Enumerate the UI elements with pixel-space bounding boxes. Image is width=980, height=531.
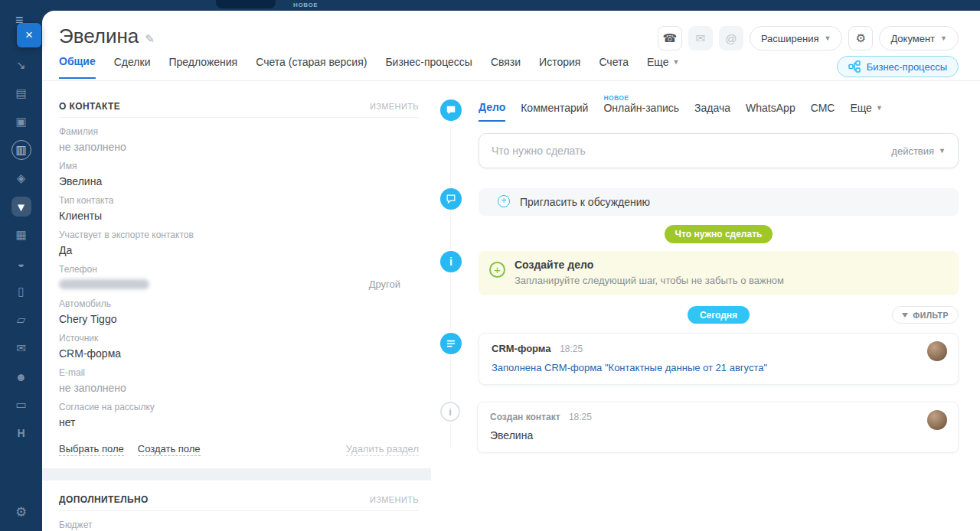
field-label: Бюджет [59,520,419,530]
tab-quotes[interactable]: Предложения [168,55,237,78]
edit-section-link[interactable]: ИЗМЕНИТЬ [370,495,419,504]
hint-texts: Создайте дело Запланируйте следующий шаг… [514,259,784,286]
tab-invoices-old[interactable]: Счета (старая версия) [256,55,367,78]
add-activity-icon[interactable]: + [489,262,505,278]
filter-button[interactable]: ФИЛЬТР [892,306,959,324]
messenger-icon[interactable]: ◒ [11,253,31,273]
composer-tab-booking[interactable]: НОВОЕ Онлайн-запись [603,102,679,121]
field-source: Источник CRM-форма [59,324,419,359]
date-badge: Сегодня [688,306,750,324]
calendar-icon[interactable]: ▦ [11,225,31,245]
print-icon[interactable]: ▥ [11,140,31,160]
edit-section-link[interactable]: ИЗМЕНИТЬ [370,102,419,111]
collapse-icon[interactable]: ↘ [11,55,31,75]
feed-icon[interactable]: ▤ [11,83,31,103]
filter-label: ФИЛЬТР [913,311,949,320]
composer-tab-more[interactable]: Еще▼ [850,102,882,121]
info-icon: i [440,402,460,422]
todo-badge-row: Что нужно сделать [440,225,959,243]
section-divider [42,468,431,481]
mail-icon[interactable]: ✉ [11,338,31,358]
section-header: ДОПОЛНИТЕЛЬНО ИЗМЕНИТЬ [59,488,419,511]
call-button[interactable]: ☎ [658,26,682,50]
actions-dropdown[interactable]: действия ▼ [891,145,946,157]
field-value: Эвелина [59,175,419,187]
field-label: Участвует в экспорте контактов [59,230,419,240]
tag-icon[interactable]: ◈ [11,168,31,188]
composer-tab-whatsapp[interactable]: WhatsApp [746,102,795,121]
create-field-link[interactable]: Создать поле [138,443,201,456]
extensions-dropdown[interactable]: Расширения ▼ [750,26,843,50]
documents-icon[interactable]: ▯ [11,282,31,301]
hint-title: Создайте дело [514,259,784,271]
entry-text: Эвелина [490,429,946,441]
phone-type-dropdown[interactable]: Другой [369,279,400,290]
field-contact-type: Тип контакта Клиенты [59,187,419,221]
composer-tab-sms[interactable]: СМС [811,102,835,121]
timeline-composer: Дело Комментарий НОВОЕ Онлайн-запись Зад… [440,99,959,188]
drive-icon[interactable]: ▱ [11,310,31,330]
additional-card: ДОПОЛНИТЕЛЬНО ИЗМЕНИТЬ Бюджет [42,481,431,531]
tab-more[interactable]: Еще▼ [647,55,679,78]
settings-icon[interactable]: ⚙ [0,504,42,520]
clients-icon[interactable]: ☻ [11,366,31,386]
contact-details-column: О КОНТАКТЕ ИЗМЕНИТЬ Фамилия не заполнено… [42,87,431,531]
tab-bizproc[interactable]: Бизнес-процессы [385,55,472,78]
entry-title: Создан контакт 18:25 [490,412,946,422]
settings-button[interactable]: ⚙ [848,26,873,50]
composer-tabs: Дело Комментарий НОВОЕ Онлайн-запись Зад… [479,99,959,121]
invite-label: Пригласить к обсуждению [520,196,650,208]
tab-general[interactable]: Общие [59,55,96,79]
contact-slider: Эвелина✎ ☎ ✉ @ Расширения ▼ ⚙ Документ ▼… [42,11,980,531]
chevron-down-icon: ▼ [876,104,883,112]
composer-tab-label: Онлайн-запись [603,102,679,114]
about-contact-card: О КОНТАКТЕ ИЗМЕНИТЬ Фамилия не заполнено… [42,87,431,468]
field-label: Автомобиль [59,298,419,309]
hint-row: i + Создайте дело Запланируйте следующий… [440,251,959,295]
phone-value-row: Другой [59,279,419,290]
business-process-button[interactable]: Бизнес-процессы [837,56,959,77]
slider-content: О КОНТАКТЕ ИЗМЕНИТЬ Фамилия не заполнено… [42,81,980,531]
tab-deals[interactable]: Сделки [114,55,151,78]
contact-tabs: Общие Сделки Предложения Счета (старая в… [59,55,679,78]
entry-crm-form: CRM-форма 18:25 Заполнена CRM-форма "Кон… [479,333,959,385]
tab-history[interactable]: История [539,55,580,78]
section-header: О КОНТАКТЕ ИЗМЕНИТЬ [59,95,419,118]
tab-links[interactable]: Связи [491,55,521,78]
phone-hidden-value [59,279,149,289]
new-badge: НОВОЕ [603,94,629,102]
email-button[interactable]: ✉ [688,26,713,50]
field-value: CRM-форма [59,347,419,360]
hint-subtitle: Запланируйте следующий шаг, чтобы не заб… [514,275,784,286]
todo-input[interactable]: Что нужно сделать действия ▼ [479,133,959,168]
close-button[interactable]: × [17,23,41,47]
delete-section-link[interactable]: Удалить раздел [346,443,419,456]
gear-icon: ⚙ [856,31,866,45]
app-sidebar: ↘ ▤ ▣ ▥ ◈ ▼ ▦ ◒ ▯ ▱ ✉ ☻ ▭ H [0,55,42,443]
entry-link[interactable]: Заполнена CRM-форма "Контактные данные о… [492,362,946,373]
avatar [927,410,947,430]
mail-icon: ✉ [696,31,706,45]
create-activity-hint: + Создайте дело Запланируйте следующий ш… [479,251,959,295]
chat-bubble-icon [440,99,462,121]
entry-title: CRM-форма 18:25 [492,343,946,354]
timeline-entry: i Создан контакт 18:25 Эвелина [440,402,959,453]
tab-invoices[interactable]: Счета [599,55,629,78]
field-value: Chery Tiggo [59,313,419,325]
invite-to-discussion[interactable]: + Пригласить к обсуждению [479,188,959,216]
document-dropdown[interactable]: Документ ▼ [879,26,959,50]
composer-tab-comment[interactable]: Комментарий [521,102,588,121]
composer-tab-task[interactable]: Задача [694,102,730,121]
marketplace-icon[interactable]: H [11,423,31,443]
timeline-entry: CRM-форма 18:25 Заполнена CRM-форма "Кон… [440,333,959,385]
field-value: Да [59,244,419,256]
field-label: Тип контакта [59,195,419,206]
edit-title-icon[interactable]: ✎ [145,32,155,45]
avatar [927,341,947,361]
chat-button[interactable]: @ [719,26,743,50]
tasks-icon[interactable]: ▣ [11,112,31,132]
composer-tab-activity[interactable]: Дело [479,101,505,122]
choose-field-link[interactable]: Выбрать поле [59,443,124,456]
crm-funnel-icon[interactable]: ▼ [11,197,31,217]
sites-icon[interactable]: ▭ [11,395,31,415]
